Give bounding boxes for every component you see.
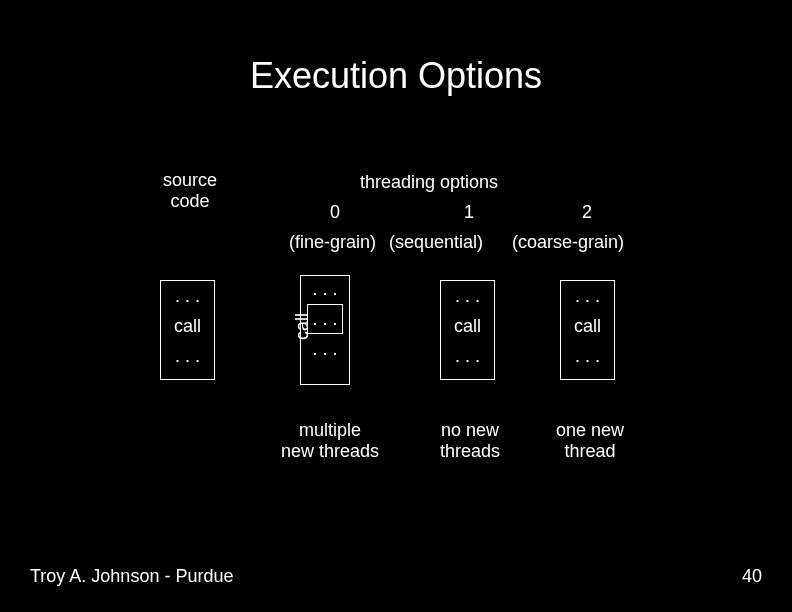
slide-title: Execution Options <box>0 0 792 97</box>
caption-0-l1: multiple <box>275 420 385 441</box>
src-row-2: call <box>161 311 214 341</box>
option-1-box: . . . call . . . <box>440 280 495 380</box>
column-subtitle-1: (sequential) <box>389 232 483 253</box>
option-2-box: . . . call . . . <box>560 280 615 380</box>
caption-1-l1: no new <box>415 420 525 441</box>
threading-options-label: threading options <box>360 172 498 193</box>
source-code-box: . . . call . . . <box>160 280 215 380</box>
caption-1: no new threads <box>415 420 525 462</box>
opt0-row-3: . . . <box>301 336 349 362</box>
column-number-1: 1 <box>464 202 474 223</box>
caption-1-l2: threads <box>415 441 525 462</box>
column-subtitle-0: (fine-grain) <box>289 232 376 253</box>
opt2-row-1: . . . <box>561 281 614 311</box>
opt1-row-2: call <box>441 311 494 341</box>
opt2-row-2: call <box>561 311 614 341</box>
opt0-row-2: . . . <box>307 304 343 334</box>
caption-2: one new thread <box>535 420 645 462</box>
opt1-row-1: . . . <box>441 281 494 311</box>
opt0-row-1: . . . <box>301 276 349 302</box>
source-code-label-l2: code <box>155 191 225 212</box>
caption-2-l1: one new <box>535 420 645 441</box>
footer-author: Troy A. Johnson - Purdue <box>30 566 233 587</box>
column-subtitle-2: (coarse-grain) <box>512 232 624 253</box>
src-row-1: . . . <box>161 281 214 311</box>
caption-2-l2: thread <box>535 441 645 462</box>
src-row-3: . . . <box>161 341 214 371</box>
caption-0: multiple new threads <box>275 420 385 462</box>
source-code-label: source code <box>155 170 225 212</box>
opt2-row-3: . . . <box>561 341 614 371</box>
opt1-row-3: . . . <box>441 341 494 371</box>
footer-page-number: 40 <box>742 566 762 587</box>
caption-0-l2: new threads <box>275 441 385 462</box>
source-code-label-l1: source <box>155 170 225 191</box>
column-number-0: 0 <box>330 202 340 223</box>
option-0-box: . . . . . . . . . <box>300 275 350 385</box>
column-number-2: 2 <box>582 202 592 223</box>
